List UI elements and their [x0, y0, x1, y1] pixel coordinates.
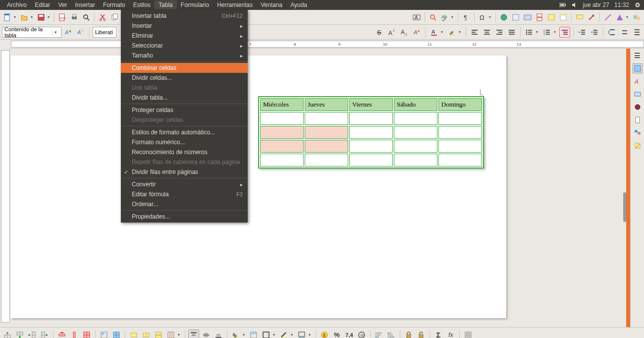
- nonprinting-chars-button[interactable]: ¶: [461, 12, 472, 23]
- menu-item[interactable]: Editar fórmulaF2: [121, 189, 248, 199]
- page-break-button[interactable]: [534, 12, 545, 23]
- track-changes-button[interactable]: [586, 12, 597, 23]
- protect-cells-button[interactable]: [403, 330, 414, 338]
- strikethrough-button[interactable]: S: [374, 27, 385, 38]
- table-cell[interactable]: [438, 154, 482, 167]
- find-button[interactable]: [428, 12, 438, 23]
- table-cell[interactable]: [438, 126, 482, 139]
- sidebar-menu-icon[interactable]: ☰: [633, 51, 643, 60]
- field-button[interactable]: [546, 12, 557, 23]
- table-header-cell[interactable]: Sábado: [394, 98, 437, 111]
- decrease-spacing-button[interactable]: [619, 27, 630, 38]
- table-cell[interactable]: [260, 126, 304, 139]
- style-inspector-button[interactable]: [633, 128, 643, 138]
- optimize-button[interactable]: [165, 330, 176, 338]
- increase-indent-button[interactable]: [577, 27, 588, 38]
- print-button[interactable]: [69, 12, 80, 23]
- hyperlink-button[interactable]: [498, 12, 509, 23]
- delete-table-button[interactable]: [81, 330, 92, 338]
- border-color-button[interactable]: [296, 330, 307, 338]
- dropdown-arrow-icon[interactable]: ▾: [14, 15, 18, 19]
- dropdown-arrow-icon[interactable]: ▾: [441, 30, 445, 34]
- select-cell-button[interactable]: [99, 330, 109, 338]
- align-justify-button[interactable]: [506, 27, 517, 38]
- spellcheck-button[interactable]: Ab: [439, 12, 450, 23]
- insert-col-left-button[interactable]: [27, 330, 38, 338]
- menu-item[interactable]: Eliminar▸: [121, 31, 248, 41]
- delete-col-button[interactable]: [69, 330, 80, 338]
- valign-bottom-button[interactable]: [213, 330, 224, 338]
- table-cell[interactable]: [349, 140, 393, 153]
- table-cell[interactable]: [394, 126, 437, 139]
- dropdown-arrow-icon[interactable]: ▾: [489, 15, 493, 19]
- menu-insertar[interactable]: Insertar: [71, 0, 99, 9]
- manage-changes-button[interactable]: [633, 141, 643, 151]
- number-format-decimal-button[interactable]: 7,4: [344, 330, 355, 338]
- clear-formatting-button[interactable]: A: [411, 27, 422, 38]
- numbered-list-button[interactable]: 123: [541, 27, 552, 38]
- dropdown-arrow-icon[interactable]: ▾: [243, 333, 247, 337]
- copy-button[interactable]: [109, 12, 120, 23]
- border-style-button[interactable]: [278, 330, 289, 338]
- valign-top-button[interactable]: [188, 330, 199, 338]
- bg-color-button[interactable]: [230, 330, 241, 338]
- align-right-button[interactable]: [494, 27, 505, 38]
- dropdown-arrow-icon[interactable]: ▾: [459, 30, 463, 34]
- dropdown-arrow-icon[interactable]: ▾: [536, 30, 540, 34]
- menu-ver[interactable]: Ver: [54, 0, 71, 9]
- sort-desc-button[interactable]: [386, 330, 397, 338]
- highlight-button[interactable]: [446, 27, 457, 38]
- gear-icon[interactable]: [634, 1, 641, 8]
- table-cell[interactable]: [305, 126, 348, 139]
- menu-archivo[interactable]: Archivo: [3, 0, 31, 9]
- valign-center-button[interactable]: [201, 330, 212, 338]
- number-format-currency-button[interactable]: $: [319, 330, 330, 338]
- paragraph-style-combo[interactable]: Contenido de la tabla▾: [2, 27, 61, 38]
- table-cell[interactable]: [260, 140, 304, 153]
- scrollbar-thumb[interactable]: [623, 192, 626, 222]
- table-cell[interactable]: [305, 112, 348, 125]
- dropdown-arrow-icon[interactable]: ▾: [291, 333, 295, 337]
- merge-cells-button[interactable]: [128, 330, 139, 338]
- split-table-button[interactable]: [153, 330, 164, 338]
- menu-item[interactable]: Proteger celdas: [121, 105, 248, 115]
- table-cell[interactable]: [394, 112, 437, 125]
- open-button[interactable]: [19, 12, 30, 23]
- sort-asc-button[interactable]: [374, 330, 384, 338]
- decrease-indent-button[interactable]: [589, 27, 600, 38]
- table-header-cell[interactable]: Viernes: [349, 98, 393, 111]
- table-cell[interactable]: [349, 126, 393, 139]
- gallery-panel-button[interactable]: [633, 89, 643, 99]
- footnote-button[interactable]: [510, 12, 521, 23]
- table-cell[interactable]: [438, 140, 482, 153]
- menu-item[interactable]: Insertar▸: [121, 21, 248, 31]
- table-cell[interactable]: [260, 112, 304, 125]
- menu-item[interactable]: ✓Dividir filas entre páginas: [121, 167, 248, 177]
- navigator-panel-button[interactable]: [633, 102, 643, 112]
- dropdown-arrow-icon[interactable]: ▾: [178, 333, 182, 337]
- export-pdf-button[interactable]: PDF: [57, 12, 68, 23]
- dropdown-arrow-icon[interactable]: ▾: [309, 333, 313, 337]
- save-button[interactable]: [36, 12, 47, 23]
- sum-button[interactable]: Σ: [433, 330, 444, 338]
- horizontal-ruler[interactable]: 78910111213: [11, 41, 644, 48]
- line-spacing-button[interactable]: [631, 27, 642, 38]
- superscript-button[interactable]: A2: [386, 27, 397, 38]
- menu-estilos[interactable]: Estilos: [129, 0, 155, 9]
- font-color-button[interactable]: A: [429, 27, 439, 38]
- new-style-button[interactable]: A+: [75, 27, 86, 38]
- dropdown-arrow-icon[interactable]: ▾: [273, 333, 277, 337]
- update-style-button[interactable]: A: [63, 27, 74, 38]
- menu-tabla[interactable]: Tabla: [155, 0, 177, 9]
- align-center-button[interactable]: [482, 27, 492, 38]
- table-header-cell[interactable]: Miércoles: [260, 98, 304, 111]
- image-button[interactable]: [522, 12, 533, 23]
- menu-herramientas[interactable]: Herramientas: [213, 0, 257, 9]
- dropdown-arrow-icon[interactable]: ▾: [626, 15, 630, 19]
- new-doc-button[interactable]: [2, 12, 13, 23]
- font-name-combo[interactable]: Liberati: [93, 27, 116, 38]
- insert-row-above-button[interactable]: [2, 330, 13, 338]
- draw-functions-button[interactable]: [631, 12, 642, 23]
- page-panel-button[interactable]: [633, 115, 643, 125]
- table-cell[interactable]: [305, 154, 348, 167]
